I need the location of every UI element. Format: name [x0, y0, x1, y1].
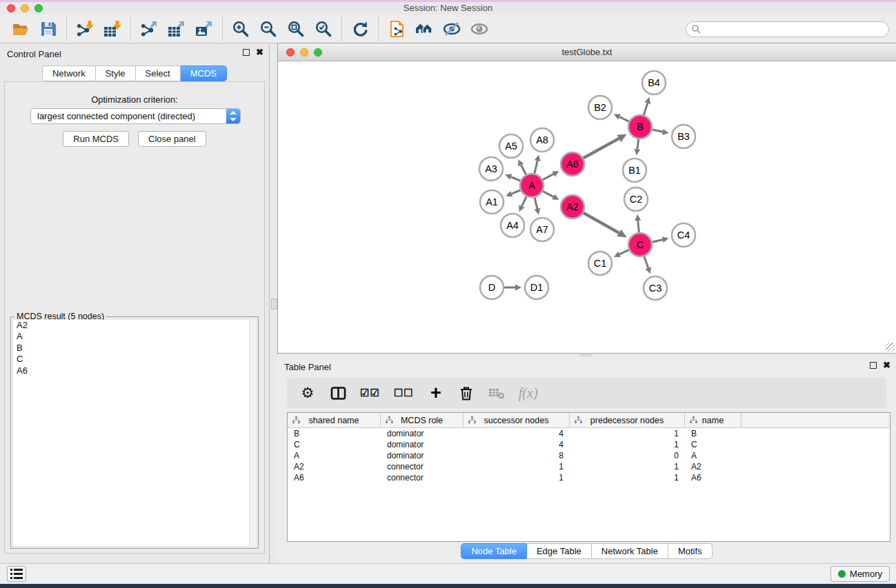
tab-mcds[interactable]: MCDS	[181, 65, 227, 81]
export-network-icon[interactable]	[135, 17, 163, 41]
close-panel-icon[interactable]: ✖	[256, 49, 263, 56]
edge-B-B4[interactable]	[644, 103, 648, 116]
column-header-predecessor-nodes[interactable]: predecessor nodes	[570, 413, 685, 427]
zoom-out-icon[interactable]	[255, 17, 282, 41]
column-header-MCDS-role[interactable]: MCDS role	[381, 413, 464, 427]
column-header-successor-nodes[interactable]: successor nodes	[464, 413, 570, 427]
add-column-icon[interactable]: +	[428, 383, 444, 403]
tab-motifs[interactable]: Motifs	[668, 543, 713, 559]
zoom-in-icon[interactable]	[227, 17, 255, 41]
run-mcds-button[interactable]: Run MCDS	[63, 131, 129, 147]
result-item[interactable]: A2	[13, 320, 256, 331]
graph-node-D[interactable]: D	[480, 276, 504, 299]
task-history-button[interactable]	[7, 566, 26, 582]
show-hidden-icon[interactable]	[466, 17, 493, 41]
edge-A-A6[interactable]	[542, 174, 554, 180]
edge-A-A1[interactable]	[512, 190, 521, 194]
column-header-shared-name[interactable]: shared name	[288, 413, 381, 427]
graph-node-D1[interactable]: D1	[525, 276, 548, 299]
import-table-icon[interactable]	[99, 17, 126, 41]
splitter-grip-vertical[interactable]	[271, 298, 277, 310]
edge-A6-B[interactable]	[583, 139, 619, 159]
result-scrollbar[interactable]	[249, 320, 256, 546]
open-session-icon[interactable]	[7, 17, 34, 41]
graph-node-C2[interactable]: C2	[624, 187, 648, 211]
delete-column-icon[interactable]	[458, 383, 475, 403]
close-table-panel-icon[interactable]: ✖	[883, 362, 890, 369]
edge-C-C3[interactable]	[644, 256, 648, 268]
float-panel-icon[interactable]	[243, 49, 250, 56]
graph-node-B[interactable]: B	[628, 115, 652, 139]
toggle-panel-icon[interactable]	[330, 383, 346, 403]
search-input[interactable]	[686, 21, 889, 37]
edge-A-A4[interactable]	[521, 196, 526, 206]
tab-node-table[interactable]: Node Table	[461, 543, 527, 559]
edge-A-A3[interactable]	[511, 177, 521, 181]
edge-B-B2[interactable]	[619, 116, 630, 121]
hide-selected-icon[interactable]	[438, 17, 466, 41]
table-row[interactable]: Bdominator41B	[288, 428, 890, 439]
graph-node-B1[interactable]: B1	[623, 159, 646, 182]
close-panel-button[interactable]: Close panel	[138, 131, 206, 147]
graph-node-A2[interactable]: A2	[561, 195, 584, 219]
graph-node-A6[interactable]: A6	[561, 152, 584, 176]
table-row[interactable]: Adominator80A	[288, 450, 890, 461]
float-table-panel-icon[interactable]	[870, 362, 877, 369]
export-table-icon[interactable]	[163, 17, 190, 41]
graph-node-C[interactable]: C	[628, 233, 652, 256]
memory-button[interactable]: Memory	[830, 566, 890, 582]
edge-C-C2[interactable]	[638, 221, 639, 233]
optimization-criterion-select[interactable]: largest connected component (directed)	[30, 108, 241, 124]
graph-node-B2[interactable]: B2	[588, 96, 612, 119]
column-header-name[interactable]: name	[685, 413, 741, 427]
edge-B-B1[interactable]	[637, 139, 639, 149]
table-row[interactable]: A6connector11A6	[288, 472, 890, 483]
edge-C-C1[interactable]	[619, 250, 629, 254]
new-network-from-file-icon[interactable]	[383, 17, 410, 41]
result-item[interactable]: C	[13, 354, 256, 365]
graph-node-B3[interactable]: B3	[672, 125, 695, 148]
refresh-icon[interactable]	[346, 17, 374, 41]
graph-node-A8[interactable]: A8	[530, 128, 554, 152]
tab-network-table[interactable]: Network Table	[592, 543, 668, 559]
result-item[interactable]: A6	[13, 365, 256, 376]
edge-A-A7[interactable]	[535, 197, 537, 209]
table-row[interactable]: A2connector11A2	[288, 461, 890, 472]
zoom-selected-icon[interactable]	[310, 17, 337, 41]
tab-network[interactable]: Network	[42, 65, 96, 81]
show-all-networks-icon[interactable]	[410, 17, 438, 41]
network-window-titlebar[interactable]: testGlobe.txt	[278, 43, 896, 61]
settings-gear-icon[interactable]: ⚙	[299, 383, 316, 403]
edge-A-A5[interactable]	[521, 165, 526, 175]
export-image-icon[interactable]	[190, 17, 218, 41]
graph-node-C1[interactable]: C1	[588, 252, 612, 275]
window-resize-grip[interactable]	[886, 343, 895, 352]
result-item[interactable]: A	[13, 331, 256, 342]
graph-node-A3[interactable]: A3	[479, 157, 503, 181]
tab-style[interactable]: Style	[96, 65, 136, 81]
edge-C-C4[interactable]	[652, 240, 663, 243]
network-graph-canvas[interactable]: AA1A2A3A4A5A6A7A8BB1B2B3B4CC1C2C3C4DD1	[278, 61, 895, 353]
edge-A2-C[interactable]	[583, 212, 619, 233]
select-all-icon[interactable]: ☑☑	[360, 383, 380, 403]
edge-A-A8[interactable]	[535, 161, 537, 174]
deselect-all-icon[interactable]: ☐☐	[394, 383, 414, 403]
import-network-icon[interactable]	[71, 17, 99, 41]
tab-edge-table[interactable]: Edge Table	[527, 543, 592, 559]
graph-node-A1[interactable]: A1	[480, 190, 504, 214]
graph-node-C3[interactable]: C3	[644, 276, 667, 300]
result-item[interactable]: B	[13, 343, 256, 354]
graph-node-A[interactable]: A	[520, 174, 544, 197]
edge-B-B3[interactable]	[652, 130, 663, 132]
graph-node-C4[interactable]: C4	[672, 223, 695, 247]
edge-A-A2[interactable]	[542, 191, 554, 197]
graph-node-B4[interactable]: B4	[642, 71, 666, 94]
table-row[interactable]: Cdominator41C	[288, 439, 890, 450]
save-session-icon[interactable]	[34, 17, 62, 41]
mcds-result-list[interactable]: A2ABCA6	[13, 320, 256, 546]
graph-node-A7[interactable]: A7	[530, 218, 554, 241]
tab-select[interactable]: Select	[136, 65, 181, 81]
zoom-fit-icon[interactable]	[282, 17, 310, 41]
graph-node-A4[interactable]: A4	[501, 214, 524, 237]
graph-node-A5[interactable]: A5	[499, 134, 523, 158]
